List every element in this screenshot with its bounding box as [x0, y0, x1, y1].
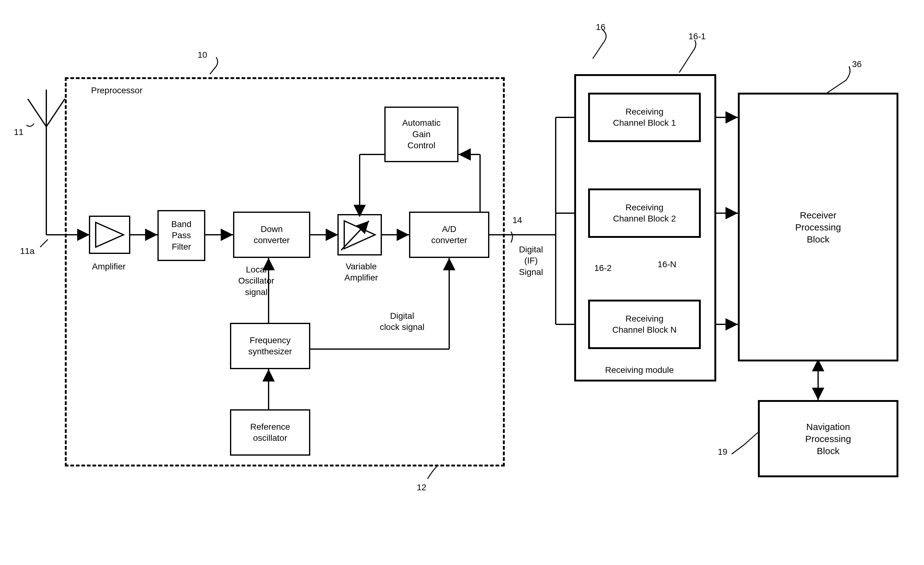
ref-19: 19: [718, 446, 728, 457]
ad-converter-label: A/D converter: [431, 224, 467, 246]
rx-ch1-label: Receiving Channel Block 1: [613, 106, 676, 129]
ad-converter-box: A/D converter: [409, 212, 489, 258]
digital-if-label: Digital (IF) Signal: [511, 244, 551, 278]
amplifier-label: Amplifier: [92, 261, 126, 272]
nav-proc-label: Navigation Processing Block: [805, 421, 851, 457]
local-osc-label: Local Oscillator signal: [228, 264, 284, 298]
ref-16-1: 16-1: [688, 31, 706, 42]
diagram-canvas: Preprocessor 10 11 11a Amplifier Band Pa…: [0, 0, 924, 565]
ref-10: 10: [198, 50, 207, 60]
ref-36: 36: [852, 59, 862, 70]
svg-marker-11: [344, 221, 375, 249]
ref-11a: 11a: [20, 246, 34, 257]
ref-12: 12: [417, 482, 426, 493]
down-converter-box: Down converter: [233, 212, 310, 258]
rx-ch2-label: Receiving Channel Block 2: [613, 202, 676, 225]
rx-chN-label: Receiving Channel Block N: [612, 313, 677, 336]
ref-16-N: 16-N: [658, 259, 676, 270]
digital-clock-label: Digital clock signal: [364, 311, 440, 333]
rx-module-label: Receiving module: [605, 365, 674, 376]
rx-proc-label: Receiver Processing Block: [795, 209, 841, 245]
rx-ch1-box: Receiving Channel Block 1: [588, 93, 701, 142]
agc-box: Automatic Gain Control: [384, 107, 459, 162]
var-amp-label: Variable Amplifier: [335, 261, 387, 284]
ref-16-2: 16-2: [594, 263, 612, 274]
rx-chN-box: Receiving Channel Block N: [588, 300, 701, 349]
down-converter-label: Down converter: [254, 224, 290, 246]
freq-synth-label: Frequency synthesizer: [248, 335, 292, 358]
ref-11: 11: [14, 127, 24, 138]
preprocessor-label: Preprocessor: [91, 85, 142, 96]
bpf-label: Band Pass Filter: [171, 219, 191, 252]
ref-osc-box: Reference oscillator: [230, 409, 310, 456]
bpf-box: Band Pass Filter: [158, 210, 205, 261]
ref-14: 14: [513, 215, 522, 226]
nav-proc-box: Navigation Processing Block: [758, 400, 898, 477]
rx-ch2-box: Receiving Channel Block 2: [588, 188, 701, 238]
freq-synth-box: Frequency synthesizer: [230, 323, 310, 369]
svg-line-1: [28, 99, 46, 127]
rx-proc-box: Receiver Processing Block: [738, 93, 898, 361]
ref-16: 16: [596, 22, 605, 33]
svg-marker-6: [96, 222, 123, 247]
agc-label: Automatic Gain Control: [402, 117, 441, 151]
svg-line-3: [46, 99, 65, 127]
ref-osc-label: Reference oscillator: [250, 421, 290, 444]
